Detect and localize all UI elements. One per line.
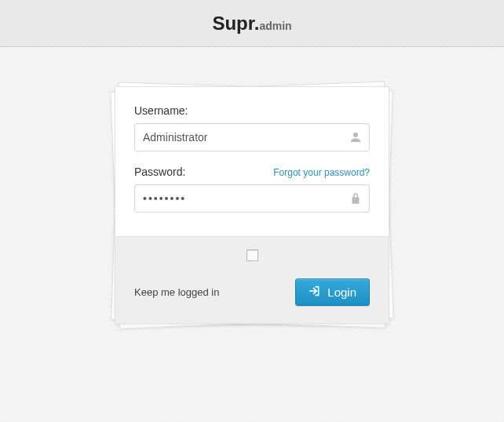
login-button[interactable]: Login xyxy=(295,278,370,306)
username-label: Username: xyxy=(134,104,188,117)
login-button-label: Login xyxy=(327,286,356,299)
username-input-wrap[interactable] xyxy=(134,123,370,151)
brand: Supr.admin xyxy=(212,13,291,35)
username-field-group: Username: xyxy=(134,104,370,151)
remember-label: Keep me logged in xyxy=(134,286,219,298)
password-input-wrap[interactable] xyxy=(134,184,370,213)
remember-checkbox[interactable] xyxy=(247,249,258,261)
password-label: Password: xyxy=(134,166,185,178)
lock-icon xyxy=(349,191,363,206)
password-input[interactable] xyxy=(135,185,369,212)
password-field-group: Password: Forgot your password? xyxy=(134,166,370,213)
username-input[interactable] xyxy=(135,124,369,151)
login-card: Username: Password: Forgot your password… xyxy=(115,86,389,324)
forgot-password-link[interactable]: Forgot your password? xyxy=(273,167,370,178)
login-stage: Username: Password: Forgot your password… xyxy=(115,86,389,324)
brand-main: Supr. xyxy=(212,13,259,34)
card-footer: Keep me logged in Login xyxy=(115,236,389,323)
top-bar: Supr.admin xyxy=(0,0,504,47)
login-icon xyxy=(309,285,321,300)
brand-sub: admin xyxy=(259,20,291,32)
card-body: Username: Password: Forgot your password… xyxy=(115,87,389,236)
user-icon xyxy=(349,130,363,144)
